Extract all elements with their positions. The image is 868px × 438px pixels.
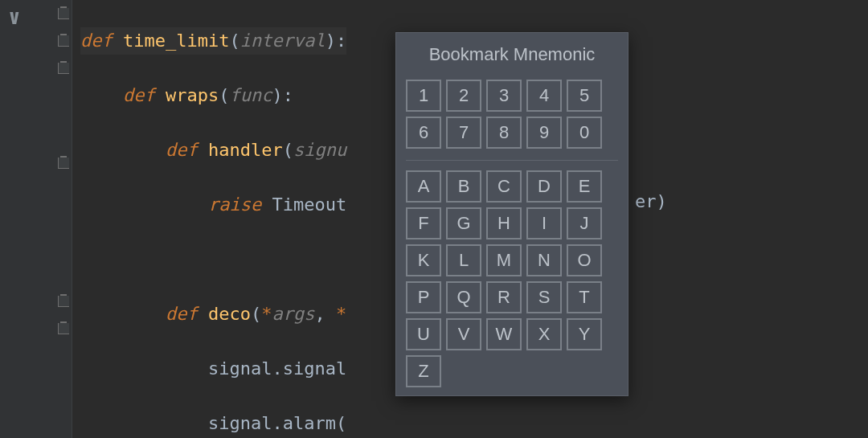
mnemonic-key-J[interactable]: J — [567, 207, 602, 239]
bookmark-mnemonic-popup: Bookmark Mnemonic 1234567890 ABCDEFGHIJK… — [395, 32, 628, 396]
keyword: def — [123, 85, 155, 105]
mnemonic-key-Q[interactable]: Q — [446, 281, 481, 313]
mnemonic-key-U[interactable]: U — [406, 318, 441, 350]
popup-title: Bookmark Mnemonic — [396, 33, 628, 80]
function-name: deco — [208, 304, 251, 324]
mnemonic-key-B[interactable]: B — [446, 170, 481, 203]
mnemonic-key-O[interactable]: O — [567, 244, 602, 276]
mnemonic-key-3[interactable]: 3 — [486, 80, 522, 112]
code-line — [80, 246, 346, 273]
mnemonic-key-6[interactable]: 6 — [406, 117, 441, 149]
mnemonic-key-W[interactable]: W — [486, 318, 522, 350]
mnemonic-key-S[interactable]: S — [526, 281, 562, 313]
mnemonic-key-K[interactable]: K — [406, 244, 441, 276]
mnemonic-key-M[interactable]: M — [486, 244, 522, 276]
fold-marker-icon[interactable] — [58, 296, 69, 307]
function-name: handler — [208, 140, 283, 160]
mnemonic-key-D[interactable]: D — [526, 170, 562, 203]
mnemonic-key-8[interactable]: 8 — [486, 117, 522, 149]
digit-grid: 1234567890 — [396, 80, 628, 149]
mnemonic-key-5[interactable]: 5 — [567, 80, 602, 112]
code-line: signal.alarm( — [80, 410, 346, 437]
code-line: signal.signal — [80, 355, 346, 383]
code-line: def time_limit(interval): — [80, 27, 346, 55]
mnemonic-key-F[interactable]: F — [406, 207, 441, 239]
mnemonic-key-1[interactable]: 1 — [406, 80, 441, 112]
identifier: signal.alarm( — [208, 413, 346, 433]
fold-marker-icon[interactable] — [58, 158, 69, 169]
function-name: time_limit — [123, 31, 229, 51]
parameter: func — [229, 85, 272, 105]
identifier: Timeout — [272, 194, 346, 215]
code-line: def deco(*args, * — [80, 301, 346, 328]
fold-marker-icon[interactable] — [58, 8, 69, 19]
keyword: raise — [208, 194, 261, 215]
mnemonic-key-0[interactable]: 0 — [567, 117, 602, 149]
fold-marker-icon[interactable] — [58, 35, 69, 47]
mnemonic-key-T[interactable]: T — [567, 281, 602, 313]
gutter: ∨ — [0, 0, 72, 438]
code-line: raise Timeout — [80, 191, 346, 219]
letter-grid: ABCDEFGHIJKLMNOPQRSTUVWXYZ — [396, 170, 628, 387]
mnemonic-key-7[interactable]: 7 — [446, 117, 481, 149]
mnemonic-key-C[interactable]: C — [486, 170, 522, 203]
fold-marker-icon[interactable] — [58, 323, 69, 334]
mnemonic-key-N[interactable]: N — [526, 244, 562, 276]
mnemonic-key-R[interactable]: R — [486, 281, 522, 313]
identifier: signal.signal — [208, 358, 346, 379]
function-name: wraps — [166, 85, 219, 105]
breakpoint-chevron-icon[interactable]: ∨ — [8, 5, 21, 29]
mnemonic-key-H[interactable]: H — [486, 207, 522, 239]
mnemonic-key-P[interactable]: P — [406, 281, 441, 313]
keyword: def — [166, 304, 198, 324]
code-area[interactable]: def time_limit(interval): def wraps(func… — [72, 0, 346, 438]
code-line: def wraps(func): — [80, 82, 346, 109]
keyword: def — [80, 31, 113, 51]
mnemonic-key-4[interactable]: 4 — [526, 80, 562, 112]
parameter: args — [272, 304, 314, 324]
mnemonic-key-X[interactable]: X — [526, 318, 562, 350]
mnemonic-key-A[interactable]: A — [406, 170, 441, 203]
parameter: interval — [240, 31, 326, 51]
mnemonic-key-E[interactable]: E — [567, 170, 602, 203]
mnemonic-key-V[interactable]: V — [446, 318, 481, 350]
fold-marker-icon[interactable] — [58, 63, 69, 74]
mnemonic-key-I[interactable]: I — [526, 207, 562, 239]
code-fragment: er) — [635, 191, 667, 211]
mnemonic-key-L[interactable]: L — [446, 244, 481, 276]
parameter: signu — [293, 140, 346, 160]
mnemonic-key-Y[interactable]: Y — [567, 318, 602, 350]
keyword: def — [166, 140, 198, 160]
code-line: def handler(signu — [80, 137, 346, 164]
mnemonic-key-G[interactable]: G — [446, 207, 481, 239]
mnemonic-key-2[interactable]: 2 — [446, 80, 481, 112]
divider — [406, 160, 618, 161]
mnemonic-key-9[interactable]: 9 — [526, 117, 562, 149]
mnemonic-key-Z[interactable]: Z — [406, 355, 441, 387]
